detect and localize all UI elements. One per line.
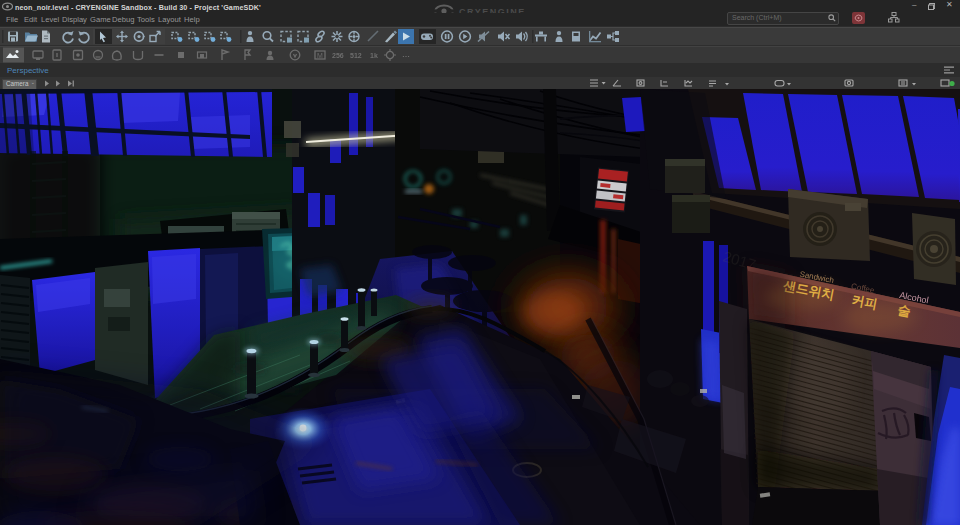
svg-text:256: 256 xyxy=(332,52,344,59)
svg-text:1k: 1k xyxy=(370,52,378,59)
svg-text:512: 512 xyxy=(350,52,362,59)
svg-text:…: … xyxy=(402,50,410,59)
svg-text:M: M xyxy=(317,52,323,59)
